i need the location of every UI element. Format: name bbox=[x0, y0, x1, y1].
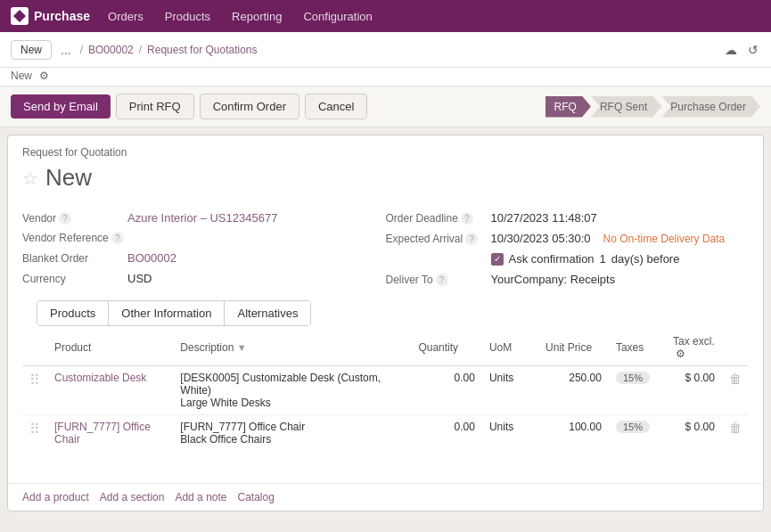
favorite-star-icon[interactable]: ☆ bbox=[22, 168, 38, 189]
app-logo[interactable]: Purchase bbox=[11, 7, 90, 25]
nav-orders[interactable]: Orders bbox=[104, 8, 147, 25]
form-left-column: Vendor ? Azure Interior – US12345677 Ven… bbox=[22, 208, 386, 290]
print-rfq-button[interactable]: Print RFQ bbox=[116, 94, 194, 119]
tax-badge-2: 15% bbox=[616, 421, 650, 433]
breadcrumb-dots[interactable]: ... bbox=[57, 43, 75, 57]
table-row: ⠿ [FURN_7777] Office Chair [FURN_7777] O… bbox=[22, 415, 749, 452]
status-rfq-sent[interactable]: RFQ Sent bbox=[591, 96, 661, 118]
form-section-label: Request for Quotation bbox=[22, 146, 749, 159]
drag-handle-1[interactable]: ⠿ bbox=[29, 372, 40, 388]
ask-confirmation-value: 1 bbox=[600, 252, 606, 266]
nav-reporting[interactable]: Reporting bbox=[228, 8, 285, 25]
footer-actions: Add a product Add a section Add a note C… bbox=[8, 483, 763, 511]
table-row: ⠿ Customizable Desk [DESK0005] Customiza… bbox=[22, 366, 749, 415]
expected-arrival-help-icon[interactable]: ? bbox=[465, 233, 478, 245]
product-qty-1: 0.00 bbox=[411, 366, 482, 415]
ask-confirmation-checkbox[interactable]: ✓ bbox=[491, 253, 504, 266]
nav-products[interactable]: Products bbox=[161, 8, 214, 25]
vendor-field-row: Vendor ? Azure Interior – US12345677 bbox=[22, 208, 386, 228]
product-description-1: [DESK0005] Customizable Desk (Custom, Wh… bbox=[173, 366, 411, 415]
currency-label: Currency bbox=[22, 273, 120, 285]
tab-products[interactable]: Products bbox=[37, 301, 109, 325]
expected-arrival-value: 10/30/2023 05:30:0 bbox=[491, 232, 591, 245]
deliver-to-value: YourCompany: Receipts bbox=[491, 273, 616, 286]
logo-icon bbox=[11, 7, 29, 25]
col-header-quantity: Quantity bbox=[411, 330, 482, 366]
add-note-link[interactable]: Add a note bbox=[175, 491, 226, 503]
sub-breadcrumb: New ⚙ bbox=[0, 68, 771, 86]
col-header-unit-price: Unit Price bbox=[538, 330, 609, 366]
product-qty-2: 0.00 bbox=[411, 415, 482, 452]
blanket-order-field-row: Blanket Order BO00002 bbox=[22, 248, 386, 268]
app-name: Purchase bbox=[34, 9, 90, 23]
product-link-2[interactable]: [FURN_7777] Office Chair bbox=[54, 421, 151, 446]
vendor-help-icon[interactable]: ? bbox=[59, 212, 71, 225]
main-content: Request for Quotation ☆ New Vendor ? Azu… bbox=[7, 135, 764, 512]
action-bar: Send by Email Print RFQ Confirm Order Ca… bbox=[0, 86, 771, 127]
tax-badge-1: 15% bbox=[616, 372, 650, 384]
vendor-label: Vendor ? bbox=[22, 212, 120, 225]
breadcrumb-actions: ☁ ↺ bbox=[723, 41, 760, 59]
sort-icon[interactable]: ▼ bbox=[237, 342, 247, 353]
delete-row-1-icon[interactable]: 🗑 bbox=[729, 372, 742, 386]
blanket-order-label: Blanket Order bbox=[22, 252, 120, 265]
add-section-link[interactable]: Add a section bbox=[100, 491, 165, 503]
vendor-ref-help-icon[interactable]: ? bbox=[111, 232, 124, 244]
sub-breadcrumb-text: New bbox=[11, 70, 32, 82]
ask-confirmation-field-row: ✓ Ask confirmation 1 day(s) before bbox=[386, 249, 750, 269]
breadcrumb-separator-2: / bbox=[139, 44, 142, 56]
col-header-product: Product bbox=[47, 330, 173, 366]
currency-value: USD bbox=[127, 272, 152, 285]
breadcrumb-separator-1: / bbox=[80, 44, 83, 56]
vendor-value[interactable]: Azure Interior – US12345677 bbox=[127, 211, 277, 225]
tab-other-information[interactable]: Other Information bbox=[109, 301, 225, 325]
order-deadline-label: Order Deadline ? bbox=[386, 212, 484, 225]
col-header-tax-excl: Tax excl. ⚙ bbox=[666, 330, 722, 366]
add-product-link[interactable]: Add a product bbox=[22, 491, 89, 503]
product-price-2: 100.00 bbox=[538, 415, 609, 452]
product-taxexcl-2: $ 0.00 bbox=[666, 415, 722, 452]
send-email-button[interactable]: Send by Email bbox=[11, 94, 111, 119]
tab-section: Products Other Information Alternatives bbox=[8, 297, 763, 330]
blanket-order-value[interactable]: BO00002 bbox=[127, 251, 176, 265]
product-price-1: 250.00 bbox=[538, 366, 609, 415]
days-before-label: day(s) before bbox=[611, 252, 680, 266]
confirm-order-button[interactable]: Confirm Order bbox=[200, 94, 299, 119]
order-deadline-help-icon[interactable]: ? bbox=[461, 212, 473, 225]
form-right-column: Order Deadline ? 10/27/2023 11:48:07 Exp… bbox=[386, 208, 750, 290]
product-uom-1: Units bbox=[482, 366, 538, 415]
form-title: New bbox=[45, 164, 92, 192]
delete-row-2-icon[interactable]: 🗑 bbox=[729, 421, 742, 435]
catalog-link[interactable]: Catalog bbox=[238, 491, 275, 503]
vendor-ref-field-row: Vendor Reference ? bbox=[22, 228, 386, 248]
top-navigation: Purchase Orders Products Reporting Confi… bbox=[0, 0, 771, 32]
deliver-to-label: Deliver To ? bbox=[386, 274, 484, 286]
order-deadline-field-row: Order Deadline ? 10/27/2023 11:48:07 bbox=[386, 208, 750, 228]
products-table-container: Product Description ▼ Quantity UoM Unit … bbox=[8, 330, 763, 483]
form-fields: Vendor ? Azure Interior – US12345677 Ven… bbox=[8, 201, 763, 297]
breadcrumb-current-page[interactable]: Request for Quotations bbox=[147, 44, 257, 56]
nav-configuration[interactable]: Configuration bbox=[299, 8, 375, 25]
deliver-to-field-row: Deliver To ? YourCompany: Receipts bbox=[386, 269, 750, 290]
currency-field-row: Currency USD bbox=[22, 268, 386, 289]
deliver-to-help-icon[interactable]: ? bbox=[436, 274, 448, 286]
status-purchase-order[interactable]: Purchase Order bbox=[661, 96, 760, 118]
cancel-button[interactable]: Cancel bbox=[305, 94, 367, 119]
column-settings-icon[interactable]: ⚙ bbox=[676, 348, 685, 360]
cloud-save-button[interactable]: ☁ bbox=[723, 41, 739, 59]
product-link-1[interactable]: Customizable Desk bbox=[54, 372, 146, 384]
product-uom-2: Units bbox=[482, 415, 538, 452]
tab-alternatives[interactable]: Alternatives bbox=[225, 301, 310, 325]
product-description-2: [FURN_7777] Office Chair Black Office Ch… bbox=[173, 415, 411, 452]
ask-confirmation-checkbox-row: ✓ Ask confirmation 1 day(s) before bbox=[491, 252, 680, 266]
vendor-ref-label: Vendor Reference ? bbox=[22, 232, 124, 244]
settings-gear-icon[interactable]: ⚙ bbox=[39, 70, 49, 82]
no-ontime-delivery-alert: No On-time Delivery Data bbox=[603, 233, 726, 245]
undo-button[interactable]: ↺ bbox=[746, 41, 760, 59]
breadcrumb-new-button[interactable]: New bbox=[11, 40, 52, 60]
col-header-taxes: Taxes bbox=[609, 330, 666, 366]
breadcrumb-link-bo[interactable]: BO00002 bbox=[88, 44, 134, 56]
status-rfq[interactable]: RFQ bbox=[545, 96, 591, 118]
drag-handle-2[interactable]: ⠿ bbox=[29, 422, 40, 437]
table-header-row: Product Description ▼ Quantity UoM Unit … bbox=[22, 330, 749, 366]
